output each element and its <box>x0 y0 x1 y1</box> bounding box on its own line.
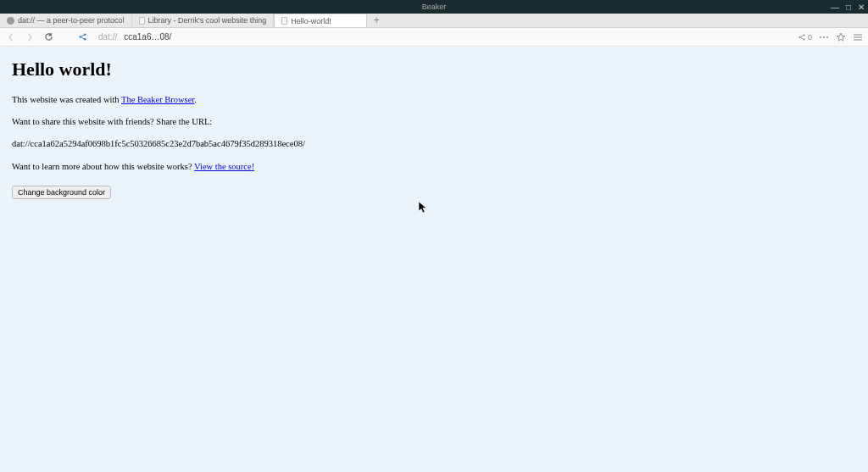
dat-url-paragraph: dat://cca1a62a5294af0698b1fc5c50326685c2… <box>12 138 856 150</box>
titlebar: Beaker — □ ✕ <box>0 0 868 14</box>
tab-library[interactable]: Library - Derrik's cool website thing <box>132 14 275 27</box>
hamburger-icon <box>853 32 863 42</box>
beaker-link[interactable]: The Beaker Browser <box>121 95 194 104</box>
maximize-button[interactable]: □ <box>846 3 851 12</box>
file-icon <box>281 17 287 25</box>
tab-label: Library - Derrik's cool website thing <box>148 16 267 25</box>
tabbar: dat:// — a peer-to-peer protocol Library… <box>0 14 868 28</box>
tab-dat-protocol[interactable]: dat:// — a peer-to-peer protocol <box>0 14 132 27</box>
peers-button[interactable]: 0 <box>798 33 812 42</box>
created-with-paragraph: This website was created with The Beaker… <box>12 94 856 106</box>
toolbar-right: 0 <box>798 32 863 42</box>
star-icon <box>836 32 846 42</box>
url-scheme: dat:// <box>98 32 117 42</box>
dots-icon <box>819 33 829 42</box>
window-controls: — □ ✕ <box>831 3 865 12</box>
chevron-right-icon <box>25 33 34 42</box>
svg-point-8 <box>826 36 828 38</box>
page-content: Hello world! This website was created wi… <box>0 47 868 472</box>
share-prompt-paragraph: Want to share this website with friends?… <box>12 116 856 128</box>
new-tab-button[interactable]: + <box>367 14 386 27</box>
view-source-link[interactable]: View the source! <box>194 162 254 171</box>
learn-more-paragraph: Want to learn more about how this websit… <box>12 161 856 173</box>
bookmark-button[interactable] <box>836 32 846 42</box>
minimize-button[interactable]: — <box>831 3 839 12</box>
globe-icon <box>7 17 14 25</box>
change-bg-button[interactable]: Change background color <box>12 186 111 199</box>
reload-button[interactable] <box>42 31 54 43</box>
tab-hello-world[interactable]: Hello-world! <box>274 14 367 27</box>
url-input[interactable] <box>124 31 791 43</box>
chevron-left-icon <box>7 33 15 42</box>
tab-label: dat:// — a peer-to-peer protocol <box>18 16 125 25</box>
reload-icon <box>44 32 53 42</box>
share-icon <box>78 32 87 42</box>
peers-count: 0 <box>808 33 812 42</box>
back-button[interactable] <box>5 31 17 43</box>
file-icon <box>139 17 145 25</box>
site-info-button[interactable] <box>76 31 88 43</box>
share-icon <box>798 33 806 42</box>
page-heading: Hello world! <box>12 58 856 81</box>
close-button[interactable]: ✕ <box>858 3 865 12</box>
forward-button[interactable] <box>24 31 36 43</box>
menu-button[interactable] <box>853 32 863 42</box>
tab-label: Hello-world! <box>291 17 331 25</box>
svg-point-7 <box>823 36 825 38</box>
address-bar: dat:// 0 <box>0 28 868 47</box>
window-title: Beaker <box>422 3 447 11</box>
more-button[interactable] <box>819 33 829 42</box>
svg-point-6 <box>820 36 821 38</box>
